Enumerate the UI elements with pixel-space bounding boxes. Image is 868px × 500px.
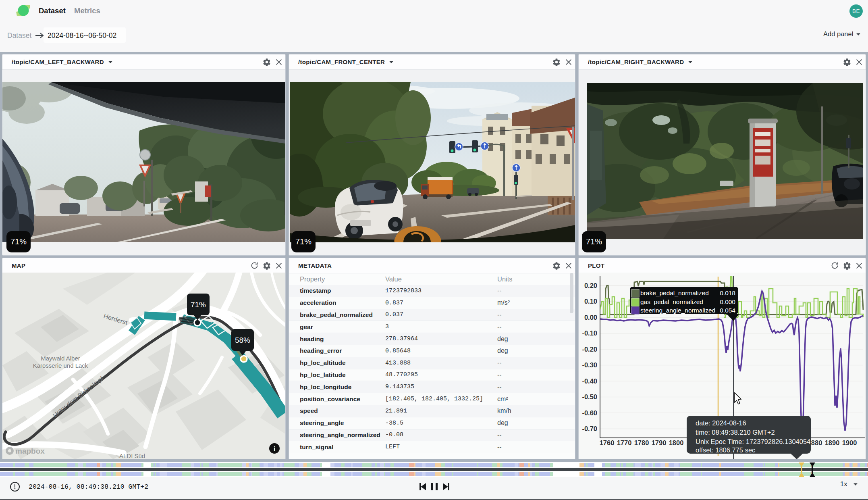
- svg-text:-0.60: -0.60: [582, 409, 597, 417]
- svg-text:0.20: 0.20: [584, 282, 597, 289]
- svg-text:1780: 1780: [634, 439, 649, 446]
- svg-text:steering_angle_normalized: steering_angle_normalized: [640, 307, 715, 314]
- svg-text:0.10: 0.10: [584, 298, 597, 305]
- svg-text:0.00: 0.00: [584, 314, 597, 321]
- svg-text:1760: 1760: [600, 439, 615, 446]
- svg-text:-0.70: -0.70: [582, 425, 597, 432]
- svg-text:time: 08:49:38.210 GMT+2: time: 08:49:38.210 GMT+2: [696, 429, 775, 436]
- svg-text:1770: 1770: [617, 439, 632, 446]
- svg-text:58%: 58%: [235, 336, 250, 344]
- svg-text:-0.30: -0.30: [582, 361, 597, 369]
- svg-text:-0.40: -0.40: [582, 377, 597, 385]
- svg-text:0.054: 0.054: [720, 307, 735, 314]
- svg-text:date: 2024-08-16: date: 2024-08-16: [696, 419, 746, 427]
- svg-text:0.000: 0.000: [720, 298, 735, 305]
- svg-text:1790: 1790: [652, 439, 667, 446]
- svg-text:1800: 1800: [669, 439, 684, 446]
- svg-text:offset: 1806.775 sec: offset: 1806.775 sec: [696, 446, 755, 454]
- svg-text:-0.50: -0.50: [582, 393, 597, 400]
- svg-text:71%: 71%: [191, 300, 206, 309]
- svg-text:brake_pedal_normalized: brake_pedal_normalized: [640, 290, 709, 296]
- svg-text:gas_pedal_normalized: gas_pedal_normalized: [640, 298, 703, 305]
- svg-text:1890: 1890: [825, 439, 840, 446]
- svg-text:0.018: 0.018: [720, 290, 735, 296]
- svg-text:mapbox: mapbox: [15, 447, 45, 455]
- svg-text:Maywald Alber: Maywald Alber: [41, 355, 80, 362]
- svg-text:-0.10: -0.10: [582, 329, 597, 337]
- svg-text:Karosserie und Lack: Karosserie und Lack: [33, 362, 88, 369]
- svg-text:i: i: [274, 445, 275, 452]
- svg-text:1900: 1900: [842, 439, 857, 446]
- svg-text:Unix Epoc Time: 1723792826.130: Unix Epoc Time: 1723792826.1304054: [696, 438, 810, 445]
- svg-text:-0.20: -0.20: [582, 346, 597, 353]
- svg-text:ALDI Süd: ALDI Süd: [119, 452, 145, 459]
